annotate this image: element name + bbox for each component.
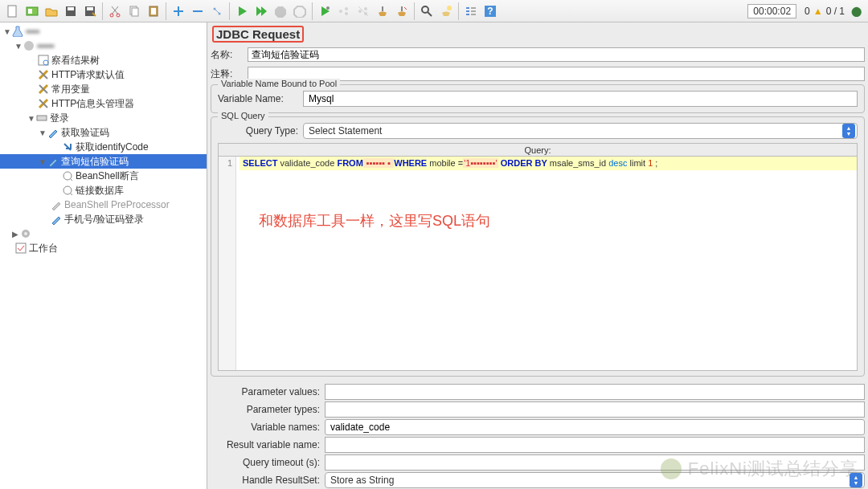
paste-button[interactable]	[145, 2, 162, 20]
tree-item[interactable]: 获取identifyCode	[0, 140, 207, 154]
clear-button[interactable]	[374, 2, 391, 20]
tree-item[interactable]: HTTP信息头管理器	[0, 96, 207, 111]
pool-group: Variable Name Bound to Pool Variable Nam…	[211, 84, 865, 113]
query-timeout-input[interactable]	[325, 454, 865, 471]
svg-point-15	[326, 6, 330, 10]
svg-rect-29	[471, 14, 476, 15]
tree-sampler[interactable]: ▼获取验证码	[0, 125, 207, 140]
gear-icon	[19, 227, 32, 240]
tree-controller[interactable]: ▼登录	[0, 111, 207, 125]
svg-point-18	[345, 12, 348, 15]
param-values-input[interactable]	[325, 384, 865, 400]
elapsed-time: 00:00:02	[747, 4, 796, 18]
cut-button[interactable]	[106, 2, 124, 20]
query-type-select[interactable]: Select Statement ▲▼	[303, 123, 858, 139]
tree-item[interactable]: 链接数据库	[0, 183, 207, 198]
tree-item[interactable]: ▶	[0, 226, 207, 241]
remote-start-all-button[interactable]	[335, 2, 353, 20]
svg-point-39	[24, 232, 27, 235]
shutdown-button[interactable]	[291, 2, 309, 20]
run-button[interactable]	[233, 2, 251, 20]
select-arrows-icon: ▲▼	[850, 473, 862, 487]
sampler-icon	[50, 213, 63, 226]
tree-item[interactable]: 常用变量	[0, 82, 207, 96]
sql-text[interactable]: SELECT validate_code FROM ▪▪▪▪▪▪ ▪ WHERE…	[240, 157, 857, 170]
sampler-icon	[47, 126, 59, 139]
result-variable-input[interactable]	[325, 437, 865, 453]
tree-item[interactable]: HTTP请求默认值	[0, 67, 207, 82]
sql-editor[interactable]: 1 SELECT validate_code FROM ▪▪▪▪▪▪ ▪ WHE…	[218, 156, 858, 371]
param-types-input[interactable]	[325, 401, 865, 418]
config-icon	[37, 68, 50, 81]
controller-icon	[35, 112, 48, 124]
assertion-icon	[61, 169, 74, 182]
svg-point-17	[345, 7, 348, 10]
variable-names-label: Variable names:	[211, 422, 320, 433]
svg-rect-25	[466, 10, 469, 12]
toggle-button[interactable]	[208, 2, 226, 20]
search-button[interactable]	[418, 2, 436, 20]
expand-button[interactable]	[170, 2, 187, 20]
threads-count: 0 / 1	[826, 6, 845, 17]
handle-resultset-select[interactable]: Store as String ▲▼	[325, 472, 865, 488]
query-timeout-label: Query timeout (s):	[211, 457, 320, 468]
config-icon	[37, 97, 50, 110]
new-button[interactable]	[4, 2, 22, 20]
collapse-button[interactable]	[189, 2, 207, 20]
param-values-label: Parameter values:	[211, 386, 320, 397]
select-arrows-icon: ▲▼	[842, 124, 855, 138]
comment-input[interactable]	[248, 67, 865, 81]
save-button[interactable]	[62, 2, 80, 20]
variable-name-input[interactable]	[303, 91, 858, 107]
help-button[interactable]: ?	[481, 2, 499, 20]
extractor-icon	[61, 141, 74, 153]
svg-rect-0	[8, 6, 16, 17]
warning-icon: ▲	[813, 6, 823, 17]
tree-workbench[interactable]: 工作台	[0, 241, 207, 255]
svg-rect-10	[132, 8, 138, 16]
svg-rect-6	[87, 7, 93, 10]
pool-group-title: Variable Name Bound to Pool	[218, 79, 340, 88]
variable-names-input[interactable]	[325, 419, 865, 435]
reset-search-button[interactable]	[437, 2, 455, 20]
remote-stop-button[interactable]	[354, 2, 372, 20]
test-plan-tree[interactable]: ▼▪▪▪▪ ▼▪▪▪▪▪ 察看结果树 HTTP请求默认值 常用变量 HTTP信息…	[0, 22, 207, 489]
sampler-icon	[47, 155, 59, 168]
open-button[interactable]	[43, 2, 60, 20]
copy-button[interactable]	[125, 2, 143, 20]
svg-rect-2	[28, 9, 32, 14]
sql-group-title: SQL Query	[218, 111, 268, 120]
handle-resultset-label: Handle ResultSet:	[211, 475, 320, 486]
remote-start-button[interactable]	[316, 2, 334, 20]
svg-rect-26	[466, 14, 469, 15]
templates-button[interactable]	[23, 2, 41, 20]
sql-group: SQL Query Query Type: Select Statement ▲…	[211, 116, 865, 377]
query-header: Query:	[218, 143, 858, 156]
svg-rect-12	[151, 8, 156, 14]
tree-item-disabled[interactable]: BeanShell PreProcessor	[0, 198, 207, 212]
tree-sampler-selected[interactable]: ▼查询短信验证码	[0, 154, 207, 169]
clear-all-button[interactable]	[393, 2, 411, 20]
function-helper-button[interactable]	[462, 2, 480, 20]
svg-text:?: ?	[487, 6, 493, 17]
tree-root[interactable]: ▼▪▪▪▪	[0, 24, 207, 39]
name-label: 名称:	[211, 48, 244, 62]
content-panel: JDBC Request 名称: 注释: Variable Name Bound…	[207, 22, 868, 489]
name-input[interactable]	[248, 47, 865, 62]
svg-rect-4	[68, 7, 74, 10]
config-icon	[37, 83, 50, 96]
flask-icon	[11, 25, 24, 38]
tree-thread-group[interactable]: ▼▪▪▪▪▪	[0, 39, 207, 53]
thread-icon: ⬤	[851, 6, 862, 17]
tree-item[interactable]: 察看结果树	[0, 53, 207, 67]
sql-annotation: 和数据库工具一样，这里写SQL语句	[259, 211, 490, 230]
tree-sampler[interactable]: 手机号/验证码登录	[0, 212, 207, 226]
svg-point-32	[24, 41, 34, 51]
stop-button[interactable]	[272, 2, 289, 20]
tree-item[interactable]: BeanShell断言	[0, 169, 207, 183]
errors-count: 0	[805, 6, 810, 17]
run-no-pause-button[interactable]	[252, 2, 270, 20]
variable-name-label: Variable Name:	[218, 93, 298, 104]
line-gutter: 1	[219, 157, 236, 370]
save-as-button[interactable]	[81, 2, 99, 20]
